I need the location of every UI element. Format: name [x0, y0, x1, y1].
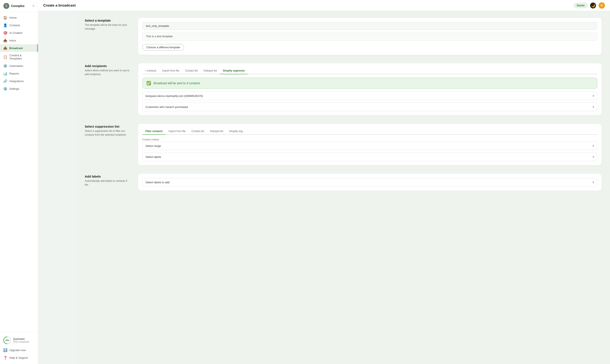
add-labels-value: Select labels to add: [146, 181, 169, 184]
select-labels-dropdown[interactable]: Select labels ▾: [142, 153, 597, 161]
tab-r-contacts[interactable]: r contacts: [142, 67, 159, 74]
tab-filter-contacts[interactable]: Filter contacts: [142, 128, 166, 135]
sidebar-bottom: 13% Quickstart 4/32 completed ⬆️ Upgrade…: [0, 332, 38, 364]
add-recipients-label: Add recipients Select which method you w…: [85, 63, 131, 76]
add-labels-section: Add labels Automatically add labels to c…: [85, 174, 601, 191]
quickstart-section[interactable]: 13% Quickstart 4/32 completed: [0, 334, 38, 346]
chevron-down-icon: ▾: [593, 144, 594, 147]
tab-import-file[interactable]: Import from file: [159, 67, 182, 74]
quickstart-progress-circle: 13%: [3, 337, 11, 344]
integrations-icon: 🔗: [3, 79, 7, 83]
page-title: Create a broadcast: [43, 3, 76, 8]
add-labels-title: Add labels: [85, 175, 131, 178]
reports-icon: 📊: [3, 72, 7, 75]
topbar: Create a broadcast Starter 🌙 R: [38, 0, 610, 11]
quickstart-percent: 13%: [5, 339, 9, 341]
upgrade-label: Upgrade now: [9, 349, 26, 352]
template-preview: This is a text template: [142, 32, 597, 41]
add-recipients-title: Add recipients: [85, 64, 131, 68]
app-logo: C: [3, 3, 9, 9]
tab-suppression-hubspot[interactable]: Hubspot list: [207, 128, 226, 135]
sidebar-item-integrations[interactable]: 🔗 Integrations: [0, 77, 38, 85]
tab-suppression-contact-list[interactable]: Contact list: [189, 128, 207, 135]
sidebar-item-content-templates[interactable]: 📋 Content & Templates: [0, 52, 38, 62]
add-recipients-section: Add recipients Select which method you w…: [85, 63, 601, 115]
add-recipients-card: r contacts Import from file Contact list…: [138, 63, 601, 115]
select-range-value: Select range: [146, 144, 161, 147]
plan-badge: Starter: [574, 3, 588, 8]
sidebar-item-label: Integrations: [9, 79, 24, 83]
select-template-card: text_only_template This is a text templa…: [138, 18, 601, 55]
select-range-dropdown[interactable]: Select range ▾: [142, 142, 597, 150]
sidebar-item-settings[interactable]: ⚙️ Settings: [0, 85, 38, 92]
sidebar-item-label: Automation: [9, 64, 23, 67]
ai-chatbot-icon: 🎯: [3, 31, 7, 35]
sidebar-header[interactable]: C Connplex ⇅: [0, 0, 38, 12]
sidebar: C Connplex ⇅ 🏠 Home 👤 Contacts 🎯 AI Chat…: [0, 0, 38, 364]
shopify-segment-dropdown[interactable]: Customers who haven't purchased ▾: [142, 103, 597, 111]
tab-hubspot-list[interactable]: Hubspot list: [201, 67, 220, 74]
chevron-down-icon: ▾: [593, 94, 594, 98]
content-templates-icon: 📋: [3, 55, 7, 59]
chevron-down-icon: ▾: [593, 155, 594, 158]
sidebar-item-label: Broadcast: [9, 47, 23, 50]
sidebar-item-reports[interactable]: 📊 Reports: [0, 70, 38, 77]
sidebar-item-label: Contacts: [9, 24, 20, 27]
select-template-label: Select a template The template will be t…: [85, 18, 131, 31]
success-message: Broadcast will be sent to 4 contacts: [154, 81, 200, 85]
add-labels-label: Add labels Automatically add labels to c…: [85, 174, 131, 187]
home-icon: 🏠: [3, 16, 7, 19]
sidebar-item-label: Reports: [9, 72, 19, 75]
quickstart-label: Quickstart: [13, 338, 29, 340]
broadcast-icon: 📤: [3, 46, 7, 50]
sidebar-item-label: Inbox: [9, 39, 16, 42]
sidebar-nav: 🏠 Home 👤 Contacts 🎯 AI Chatbot 📥 Inbox 📤…: [0, 12, 38, 332]
app-name: Connplex: [11, 4, 25, 8]
sidebar-item-inbox[interactable]: 📥 Inbox: [0, 37, 38, 44]
contact-created-label: Contact created: [142, 138, 597, 141]
chevron-icon: ⇅: [32, 4, 35, 7]
add-recipients-desc: Select which method you want to use to a…: [85, 69, 131, 76]
sidebar-item-broadcast[interactable]: 📤 Broadcast: [0, 44, 38, 52]
sidebar-item-automation[interactable]: ⚙️ Automation: [0, 62, 38, 70]
chevron-down-icon: ▾: [593, 181, 594, 184]
shopify-segment-value: Customers who haven't purchased: [146, 105, 188, 109]
sidebar-item-label: Settings: [9, 87, 19, 90]
template-name: text_only_template: [142, 22, 597, 30]
sidebar-item-home[interactable]: 🏠 Home: [0, 14, 38, 21]
tab-shopify-segments[interactable]: Shopify segments: [220, 67, 248, 74]
avatar[interactable]: R: [598, 2, 605, 9]
sidebar-item-label: AI Chatbot: [9, 31, 22, 35]
help-support-item[interactable]: ❓ Help & Support: [0, 354, 38, 362]
select-template-desc: The template will be the base for your m…: [85, 23, 131, 31]
inbox-icon: 📥: [3, 39, 7, 42]
add-labels-dropdown[interactable]: Select labels to add ▾: [142, 178, 597, 186]
success-icon: ✅: [146, 81, 151, 86]
settings-icon: ⚙️: [3, 87, 7, 91]
tab-suppression-import-file[interactable]: Import from file: [166, 128, 189, 135]
select-suppression-section: Select suppression list Select a suppres…: [85, 124, 601, 165]
tab-suppression-shopify[interactable]: Shopify seg...: [226, 128, 248, 135]
recipients-tabs: r contacts Import from file Contact list…: [142, 67, 597, 74]
select-labels-value: Select labels: [146, 155, 161, 158]
add-labels-card: Select labels to add ▾: [138, 174, 601, 191]
change-template-button[interactable]: Choose a different template: [142, 44, 184, 51]
sidebar-item-contacts[interactable]: 👤 Contacts: [0, 21, 38, 29]
select-suppression-card: Filter contacts Import from file Contact…: [138, 124, 601, 165]
select-template-section: Select a template The template will be t…: [85, 18, 601, 55]
suppression-tabs: Filter contacts Import from file Contact…: [142, 128, 597, 135]
dark-mode-toggle[interactable]: 🌙: [590, 2, 596, 9]
quickstart-progress: 4/32 completed: [13, 340, 29, 343]
select-suppression-title: Select suppression list: [85, 125, 131, 128]
select-suppression-label: Select suppression list Select a suppres…: [85, 124, 131, 137]
upgrade-now-item[interactable]: ⬆️ Upgrade now: [0, 346, 38, 354]
sidebar-item-ai-chatbot[interactable]: 🎯 AI Chatbot: [0, 29, 38, 37]
shopify-store-dropdown[interactable]: botspace-demo.myshopify.com (83908526370…: [142, 92, 597, 100]
select-suppression-desc: Select a suppression list to filter out …: [85, 129, 131, 137]
sidebar-item-label: Home: [9, 16, 17, 19]
automation-icon: ⚙️: [3, 64, 7, 68]
upgrade-icon: ⬆️: [3, 348, 7, 352]
topbar-right: Starter 🌙 R: [574, 2, 605, 9]
shopify-store-value: botspace-demo.myshopify.com (83908526370…: [146, 94, 203, 98]
tab-contact-list[interactable]: Contact list: [182, 67, 201, 74]
